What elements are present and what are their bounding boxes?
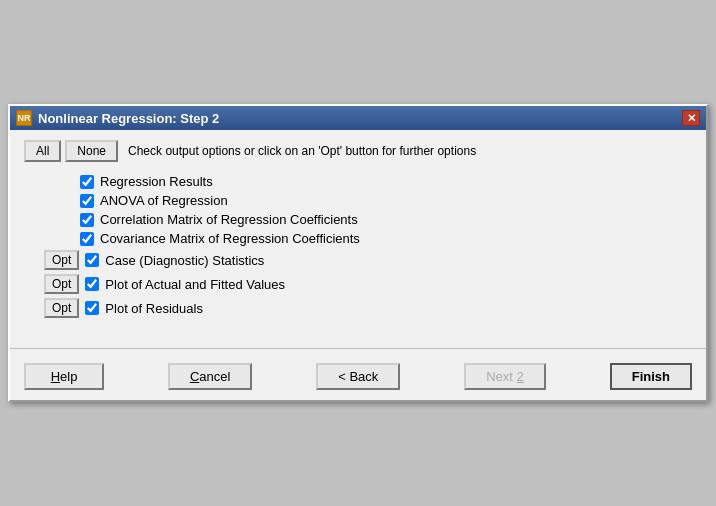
back-button[interactable]: < Back — [316, 363, 400, 390]
main-window: NR Nonlinear Regression: Step 2 ✕ All No… — [8, 104, 708, 402]
option-row: Correlation Matrix of Regression Coeffic… — [44, 212, 692, 227]
anova-checkbox[interactable] — [80, 194, 94, 208]
checkbox-item: Plot of Residuals — [85, 301, 203, 316]
checkbox-item: Correlation Matrix of Regression Coeffic… — [80, 212, 358, 227]
help-button[interactable]: Help — [24, 363, 104, 390]
case-statistics-label: Case (Diagnostic) Statistics — [105, 253, 264, 268]
case-statistics-opt-button[interactable]: Opt — [44, 250, 79, 270]
option-row: ANOVA of Regression — [44, 193, 692, 208]
plot-actual-fitted-label: Plot of Actual and Fitted Values — [105, 277, 285, 292]
cancel-button[interactable]: Cancel — [168, 363, 252, 390]
option-row: Opt Plot of Residuals — [44, 298, 692, 318]
title-bar: NR Nonlinear Regression: Step 2 ✕ — [10, 106, 706, 130]
checkbox-item: Plot of Actual and Fitted Values — [85, 277, 285, 292]
app-icon: NR — [16, 110, 32, 126]
correlation-matrix-label: Correlation Matrix of Regression Coeffic… — [100, 212, 358, 227]
none-button[interactable]: None — [65, 140, 118, 162]
option-row: Regression Results — [44, 174, 692, 189]
next-button[interactable]: Next 2 — [464, 363, 546, 390]
checkbox-item: Regression Results — [80, 174, 213, 189]
close-button[interactable]: ✕ — [682, 110, 700, 126]
anova-label: ANOVA of Regression — [100, 193, 228, 208]
checkbox-item: ANOVA of Regression — [80, 193, 228, 208]
checkbox-item: Covariance Matrix of Regression Coeffici… — [80, 231, 360, 246]
title-bar-left: NR Nonlinear Regression: Step 2 — [16, 110, 219, 126]
covariance-matrix-label: Covariance Matrix of Regression Coeffici… — [100, 231, 360, 246]
all-button[interactable]: All — [24, 140, 61, 162]
checkbox-item: Case (Diagnostic) Statistics — [85, 253, 264, 268]
correlation-matrix-checkbox[interactable] — [80, 213, 94, 227]
plot-actual-fitted-checkbox[interactable] — [85, 277, 99, 291]
finish-button[interactable]: Finish — [610, 363, 692, 390]
plot-residuals-label: Plot of Residuals — [105, 301, 203, 316]
window-title: Nonlinear Regression: Step 2 — [38, 111, 219, 126]
plot-actual-fitted-opt-button[interactable]: Opt — [44, 274, 79, 294]
regression-results-label: Regression Results — [100, 174, 213, 189]
covariance-matrix-checkbox[interactable] — [80, 232, 94, 246]
instruction-text: Check output options or click on an 'Opt… — [128, 144, 476, 158]
regression-results-checkbox[interactable] — [80, 175, 94, 189]
bottom-buttons: Help Cancel < Back Next 2 Finish — [10, 348, 706, 400]
option-row: Opt Plot of Actual and Fitted Values — [44, 274, 692, 294]
case-statistics-checkbox[interactable] — [85, 253, 99, 267]
plot-residuals-opt-button[interactable]: Opt — [44, 298, 79, 318]
plot-residuals-checkbox[interactable] — [85, 301, 99, 315]
option-row: Opt Case (Diagnostic) Statistics — [44, 250, 692, 270]
options-list: Regression Results ANOVA of Regression C… — [44, 174, 692, 318]
top-bar: All None Check output options or click o… — [24, 140, 692, 162]
option-row: Covariance Matrix of Regression Coeffici… — [44, 231, 692, 246]
content-area: All None Check output options or click o… — [10, 130, 706, 328]
